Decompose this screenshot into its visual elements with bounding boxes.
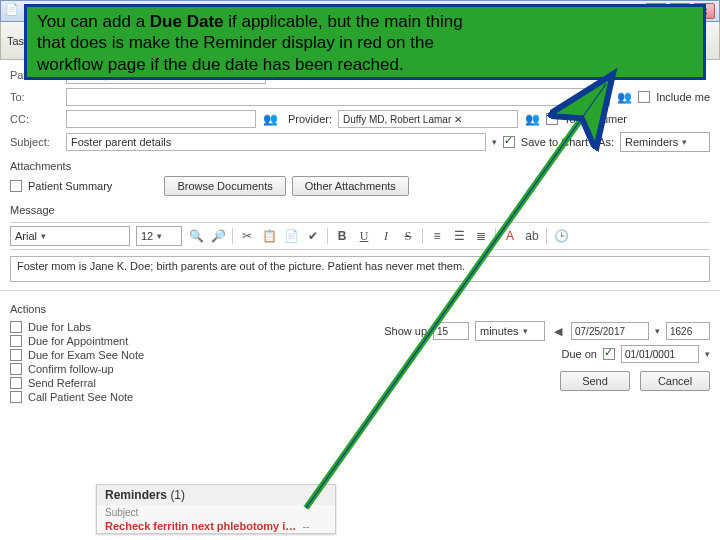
include-me-checkbox[interactable]: [638, 91, 650, 103]
save-to-chart-label: Save to Chart: [521, 136, 588, 148]
bold-icon[interactable]: B: [334, 228, 350, 244]
separator: [546, 228, 547, 244]
before-after-icon[interactable]: ◀: [551, 325, 565, 338]
provider-chip[interactable]: Duffy MD, Robert Lamar ✕: [343, 114, 462, 125]
subject-field[interactable]: Foster parent details: [66, 133, 486, 151]
provider-addressbook-icon[interactable]: 👥: [524, 111, 540, 127]
font-value: Arial: [15, 230, 37, 242]
to-consumer-checkbox[interactable]: [546, 113, 558, 125]
cancel-button[interactable]: Cancel: [640, 371, 710, 391]
action-label: Call Patient See Note: [28, 391, 133, 403]
cc-field[interactable]: [66, 110, 256, 128]
showup-units-value: minutes: [480, 325, 519, 337]
include-me-label: Include me: [656, 91, 710, 103]
spellcheck-icon[interactable]: ✔: [305, 228, 321, 244]
actions-header: Actions: [10, 303, 710, 315]
app-icon: 📄: [5, 3, 21, 19]
patient-summary-label: Patient Summary: [28, 180, 112, 192]
showup-time-field[interactable]: 1626: [666, 322, 710, 340]
highlight-icon[interactable]: ab: [524, 228, 540, 244]
provider-field[interactable]: Duffy MD, Robert Lamar ✕: [338, 110, 518, 128]
font-size-dropdown[interactable]: 12▾: [136, 226, 182, 246]
chevron-down-icon: ▾: [682, 137, 687, 147]
dueon-date-field[interactable]: 01/01/0001: [621, 345, 699, 363]
copy-icon[interactable]: 📋: [261, 228, 277, 244]
list-icon[interactable]: ☰: [451, 228, 467, 244]
addressbook-icon[interactable]: 👥: [616, 89, 632, 105]
action-checkbox[interactable]: [10, 363, 22, 375]
action-label: Send Referral: [28, 377, 96, 389]
form-area: Patient: ZZTest, CEA - 15 ▾ To: 👥 Includ…: [0, 60, 720, 407]
other-attachments-button[interactable]: Other Attachments: [292, 176, 409, 196]
action-item[interactable]: Due for Appointment: [10, 335, 144, 347]
subject-dropdown-icon[interactable]: ▾: [492, 137, 497, 147]
to-label: To:: [10, 91, 60, 103]
strike-icon[interactable]: S: [400, 228, 416, 244]
timestamp-icon[interactable]: 🕒: [553, 228, 569, 244]
dueon-date-picker-icon[interactable]: ▾: [705, 349, 710, 359]
action-item[interactable]: Due for Labs: [10, 321, 144, 333]
save-as-value: Reminders: [625, 136, 678, 148]
action-label: Due for Exam See Note: [28, 349, 144, 361]
action-item[interactable]: Send Referral: [10, 377, 144, 389]
save-as-dropdown[interactable]: Reminders▾: [620, 132, 710, 152]
reminder-row-overdue[interactable]: Recheck ferritin next phlebotomy i… --: [97, 520, 335, 532]
showup-label: Show up: [384, 325, 427, 337]
action-item[interactable]: Due for Exam See Note: [10, 349, 144, 361]
task-label: Tas: [7, 35, 24, 47]
send-button[interactable]: Send: [560, 371, 630, 391]
cut-icon[interactable]: ✂: [239, 228, 255, 244]
separator: [422, 228, 423, 244]
reminders-preview: Reminders (1) Subject Recheck ferritin n…: [96, 484, 336, 534]
attachments-header: Attachments: [10, 160, 710, 172]
showup-value-field[interactable]: 15: [433, 322, 469, 340]
cc-addressbook-icon[interactable]: 👥: [262, 111, 278, 127]
font-size-value: 12: [141, 230, 153, 242]
dueon-label: Due on: [562, 348, 597, 360]
cc-label: CC:: [10, 113, 60, 125]
action-checkbox[interactable]: [10, 321, 22, 333]
action-item[interactable]: Call Patient See Note: [10, 391, 144, 403]
action-checkbox[interactable]: [10, 335, 22, 347]
message-body[interactable]: Foster mom is Jane K. Doe; birth parents…: [10, 256, 710, 282]
to-consumer-label: To consumer: [564, 113, 627, 125]
showup-units-dropdown[interactable]: minutes▾: [475, 321, 545, 341]
browse-documents-button[interactable]: Browse Documents: [164, 176, 285, 196]
reminders-column-header: Subject: [97, 505, 335, 520]
showup-date-field[interactable]: 07/25/2017: [571, 322, 649, 340]
paste-icon[interactable]: 📄: [283, 228, 299, 244]
align-left-icon[interactable]: ≡: [429, 228, 445, 244]
action-item[interactable]: Confirm follow-up: [10, 363, 144, 375]
provider-label: Provider:: [288, 113, 332, 125]
actions-area: Due for Labs Due for Appointment Due for…: [10, 321, 710, 403]
zoom-out-icon[interactable]: 🔎: [210, 228, 226, 244]
editor-toolbar: Arial▾ 12▾ 🔍 🔎 ✂ 📋 📄 ✔ B U I S ≡ ☰ ≣ A a…: [10, 222, 710, 250]
font-dropdown[interactable]: Arial▾: [10, 226, 130, 246]
to-field[interactable]: [66, 88, 610, 106]
action-label: Due for Appointment: [28, 335, 128, 347]
action-checkbox[interactable]: [10, 391, 22, 403]
action-checkbox[interactable]: [10, 377, 22, 389]
underline-icon[interactable]: U: [356, 228, 372, 244]
numbered-list-icon[interactable]: ≣: [473, 228, 489, 244]
zoom-in-icon[interactable]: 🔍: [188, 228, 204, 244]
separator: [232, 228, 233, 244]
save-to-chart-checkbox[interactable]: [503, 136, 515, 148]
action-checkbox[interactable]: [10, 349, 22, 361]
schedule-panel: Show up 15 minutes▾ ◀ 07/25/2017 ▾ 1626 …: [384, 321, 710, 403]
as-label: As:: [598, 136, 614, 148]
instruction-callout: You can add a Due Date if applicable, bu…: [24, 4, 706, 80]
message-header: Message: [10, 204, 710, 216]
action-label: Confirm follow-up: [28, 363, 114, 375]
divider: [0, 290, 720, 291]
separator: [495, 228, 496, 244]
dueon-checkbox[interactable]: [603, 348, 615, 360]
reminders-title: Reminders (1): [97, 485, 335, 505]
subject-label: Subject:: [10, 136, 60, 148]
patient-summary-checkbox[interactable]: [10, 180, 22, 192]
actions-list: Due for Labs Due for Appointment Due for…: [10, 321, 144, 403]
font-color-icon[interactable]: A: [502, 228, 518, 244]
separator: [327, 228, 328, 244]
date-picker-icon[interactable]: ▾: [655, 326, 660, 336]
italic-icon[interactable]: I: [378, 228, 394, 244]
